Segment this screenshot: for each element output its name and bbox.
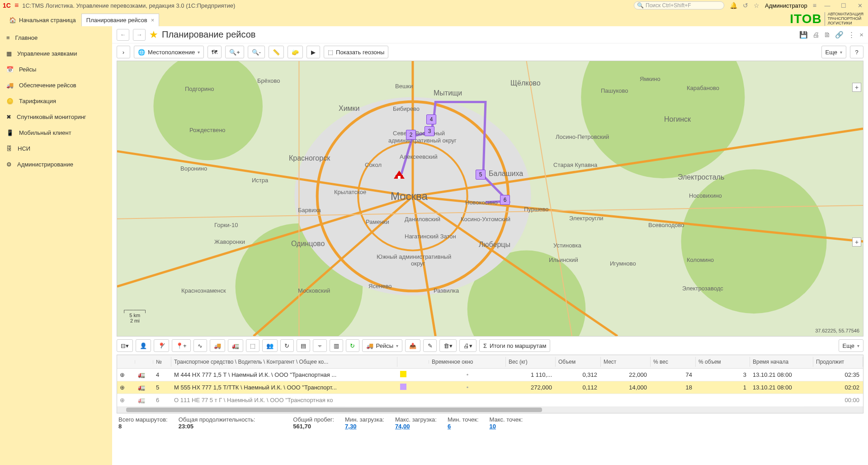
select-area-button[interactable]: ⬚ xyxy=(246,339,259,352)
expand-button[interactable]: › xyxy=(117,46,130,58)
nav-admin[interactable]: ⚙Администрирование xyxy=(0,157,112,172)
nav-satellite[interactable]: ✖Спутниковый мониторинг xyxy=(0,109,112,125)
col-start[interactable]: Время начала xyxy=(750,357,813,367)
delete-button[interactable]: 🗑▾ xyxy=(439,339,457,352)
forward-button[interactable]: → xyxy=(133,29,146,41)
doc-icon[interactable]: 🗎 xyxy=(824,31,830,39)
tab-planning-label: Планирование рейсов xyxy=(86,17,147,24)
minpts-val[interactable]: 6 xyxy=(448,423,479,430)
list2-button[interactable]: ▥ xyxy=(330,339,343,352)
close-button[interactable]: ✕ xyxy=(854,2,865,9)
more-icon[interactable]: ⋮ xyxy=(848,31,855,39)
help-button[interactable]: ? xyxy=(850,46,863,58)
nav-mobile[interactable]: 📱Мобильный клиент xyxy=(0,125,112,141)
zoom-out-button[interactable]: 🔍- xyxy=(248,46,265,58)
maxload-val[interactable]: 74,00 xyxy=(395,423,437,430)
satellite-icon: ✖ xyxy=(6,114,11,120)
map-scale: ┌─────┐ 5 km 2 mi xyxy=(123,307,147,323)
nav-main[interactable]: ≡Главное xyxy=(0,30,112,46)
trips-dropdown[interactable]: 🚚Рейсы▾ xyxy=(362,339,402,352)
maximize-button[interactable]: ☐ xyxy=(838,2,849,9)
city-elektrougli: Электроугли xyxy=(569,215,604,222)
favorite-icon[interactable]: ★ xyxy=(149,29,158,41)
truck-out-button[interactable]: 🚛 xyxy=(228,339,243,352)
link-icon[interactable]: 🔗 xyxy=(835,31,844,39)
tab-planning[interactable]: Планирование рейсов × xyxy=(81,14,159,26)
city-novokosino: Новокосино xyxy=(465,199,498,206)
col-pctv[interactable]: % объем xyxy=(696,357,750,367)
nav-trips[interactable]: 📅Рейсы xyxy=(0,62,112,77)
grid-row[interactable]: ⊕🚛 6 О 111 НЕ 77 5 т Г \ Наемный И.К. \ … xyxy=(117,394,863,407)
col-no[interactable]: № xyxy=(153,357,171,367)
user-pin-button[interactable]: 👤 xyxy=(136,339,151,352)
maxpts-val[interactable]: 10 xyxy=(490,423,523,430)
close-page-icon[interactable]: × xyxy=(859,31,863,39)
col-dur[interactable]: Продолжит xyxy=(813,357,863,367)
city-zhavoronki: Жаворонки xyxy=(214,238,245,245)
nav-nsi[interactable]: 🗄НСИ xyxy=(0,141,112,157)
nav-tariff[interactable]: 🪙Тарификация xyxy=(0,93,112,109)
city-khimki: Химки xyxy=(339,104,360,113)
grid-row[interactable]: ⊕🚛 5 М 555 НХ 777 1,5 Т/ТТК \ Наемный И.… xyxy=(117,381,863,394)
history-icon[interactable]: ↺ xyxy=(743,2,748,9)
map[interactable]: Москва Мытищи Щёлково Химки Красногорск … xyxy=(117,61,863,337)
nav-provision[interactable]: 🚚Обеспечение рейсов xyxy=(0,77,112,93)
minimize-button[interactable]: — xyxy=(822,2,833,9)
wave-button[interactable]: ∿ xyxy=(193,339,207,352)
route-button[interactable]: ▶ xyxy=(307,46,320,58)
minload-label: Мин. загрузка: xyxy=(345,416,384,423)
tab-home[interactable]: 🏠 Начальная страница xyxy=(4,14,81,26)
map-layer-button[interactable]: + xyxy=(852,83,861,92)
print-button[interactable]: 🖨▾ xyxy=(459,339,476,352)
city-veshki: Вешки xyxy=(395,83,413,90)
city-svvost1: Северо-Восточный xyxy=(393,130,445,137)
refresh-pin-button[interactable]: ↻ xyxy=(280,339,294,352)
routes-label: Всего маршрутов: xyxy=(118,416,168,423)
nav-orders[interactable]: ▦Управление заявками xyxy=(0,46,112,62)
user-menu-icon[interactable]: ≡ xyxy=(813,2,816,9)
city-krylatskoe: Крылатское xyxy=(334,189,366,195)
location-button[interactable]: 🌐Местоположение▾ xyxy=(134,46,204,58)
star-icon[interactable]: ☆ xyxy=(754,2,760,9)
menu-icon[interactable]: ≡ xyxy=(14,1,19,9)
zoom-in-button[interactable]: 🔍+ xyxy=(225,46,244,58)
col-weight[interactable]: Вес (кг) xyxy=(506,357,556,367)
edit-button[interactable]: ✎ xyxy=(423,339,437,352)
city-kosino: Косино-Ухтомский xyxy=(461,216,510,223)
export-button[interactable]: 📤 xyxy=(405,339,420,352)
totals-button[interactable]: ΣИтоги по маршрутам xyxy=(479,339,550,352)
minload-val[interactable]: 7,30 xyxy=(345,423,384,430)
remove-pin-button[interactable]: 📍̸ xyxy=(154,339,169,352)
print-icon[interactable]: 🖨 xyxy=(812,31,819,39)
tab-close-icon[interactable]: × xyxy=(151,17,155,24)
titlebar: 1C ≡ 1С:TMS Логистика. Управление перево… xyxy=(0,0,868,11)
map-zoom-plus[interactable]: + xyxy=(852,237,861,247)
back-button[interactable]: ← xyxy=(117,29,129,41)
erase-button[interactable]: 🧽 xyxy=(288,46,303,58)
list-button[interactable]: ▤ xyxy=(297,339,310,352)
grid-header: № Транспортное средство \ Водитель \ Кон… xyxy=(117,355,863,369)
more-button-2[interactable]: Еще▾ xyxy=(839,339,863,352)
map-zoom-fit-button[interactable]: 🗺 xyxy=(208,46,222,58)
user-label[interactable]: Администратор xyxy=(765,2,807,9)
align-button[interactable]: ⫟ xyxy=(313,339,327,352)
geozones-button[interactable]: ⬚Показать геозоны xyxy=(324,46,388,58)
truck-in-button[interactable]: 🚚 xyxy=(210,339,225,352)
col-vehicle[interactable]: Транспортное средство \ Водитель \ Контр… xyxy=(171,357,397,367)
grid-scrollbar[interactable] xyxy=(117,407,863,413)
more-button[interactable]: Еще▾ xyxy=(821,46,846,58)
col-places[interactable]: Мест xyxy=(601,357,651,367)
ruler-button[interactable]: 📏 xyxy=(269,46,284,58)
reload-button[interactable]: ↻ xyxy=(346,339,359,352)
col-timewin[interactable]: Временное окно xyxy=(429,357,506,367)
app-title: 1С:TMS Логистика. Управление перевозками… xyxy=(22,2,235,9)
add-pin-button[interactable]: 📍+ xyxy=(172,339,191,352)
save-icon[interactable]: 💾 xyxy=(799,31,808,39)
grid-row[interactable]: ⊕🚛 4 М 444 НХ 777 1,5 Т \ Наемный И.К. \… xyxy=(117,369,863,381)
bell-icon[interactable]: 🔔 xyxy=(730,2,737,9)
tree-button[interactable]: ⊟▾ xyxy=(117,339,133,352)
people-button[interactable]: 👥 xyxy=(262,339,278,352)
col-pctw[interactable]: % вес xyxy=(651,357,696,367)
col-volume[interactable]: Объем xyxy=(556,357,601,367)
search-input[interactable]: 🔍 Поиск Ctrl+Shift+F xyxy=(634,1,724,9)
